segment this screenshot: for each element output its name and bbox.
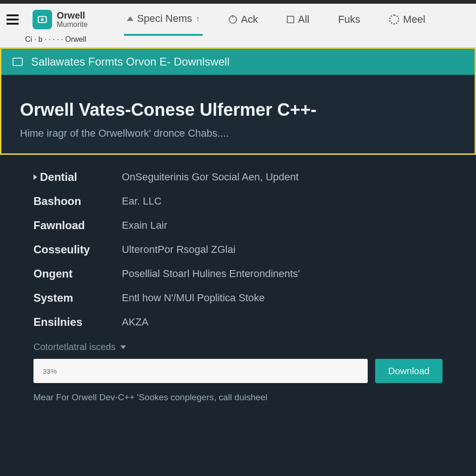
download-button[interactable]: Download [375,359,443,383]
caret-right-icon [33,174,37,180]
sort-up-icon [127,16,133,21]
detail-value: Posellial Stoarl Hulines Enterondinents' [122,268,300,280]
hero-section: Orwell Vates-Conese Ulfermer C++- Hime i… [0,75,476,155]
nav-item-all[interactable]: All [284,4,312,35]
detail-key[interactable]: Dential [33,171,122,184]
window-icon [13,58,23,66]
detail-value: Exain Lair [122,219,167,231]
page-title: Orwell Vates-Conese Ulfermer C++- [20,100,456,120]
footnote-text: Mear For Orwell Dev-C++ 'Sookes conplege… [33,392,443,403]
chevron-down-icon [120,345,126,349]
sort-dropdown-label: Cotortetlatral isceds [33,342,116,352]
detail-key: System [33,291,122,304]
detail-key: Cosseulity [33,243,122,256]
brand-line2: Mumorite [57,20,88,29]
nav-label: Fuks [338,13,360,26]
sort-dropdown[interactable]: Cotortetlatral isceds [33,342,476,352]
detail-value: UlterontPor Rsogal ZGlai [122,244,236,256]
detail-row: Cosseulity UlterontPor Rsogal ZGlai [33,243,448,256]
secondary-bar-text: Ci · b · · · · · Orwell [25,35,86,44]
nav-item-fuks[interactable]: Fuks [335,4,363,35]
detail-key: Fawnload [33,219,122,232]
detail-value: Ear. LLC [122,195,162,207]
detail-row: Ongent Posellial Stoarl Hulines Enterond… [33,267,448,280]
detail-value: OnSeguiterinis Gor Social Aen, Updent [122,171,298,183]
detail-value: Entl how N'/MUl Poplitica Stoke [122,292,264,304]
action-row: Download [0,359,476,383]
nav-label: Speci Nems [137,13,192,25]
nav-label: Ack [241,13,258,26]
banner-title: Sallawates Formts Orvon E- Downlswell [31,55,230,68]
svg-point-1 [41,18,43,20]
nav-label: All [298,13,309,26]
detail-row: Bashoon Ear. LLC [33,195,448,208]
detail-row: Fawnload Exain Lair [33,219,448,232]
nav-item-ack[interactable]: Ack [226,4,261,35]
detail-row: Dential OnSeguiterinis Gor Social Aen, U… [33,171,448,184]
clock-icon [229,15,237,24]
page-subtitle: Hime iragr of the Orwellwork' dronce Cha… [20,127,456,139]
detail-key: Ongent [33,267,122,280]
detail-row: System Entl how N'/MUl Poplitica Stoke [33,291,448,304]
detail-row: Ensilnies AKZA [33,316,448,329]
percent-input[interactable] [33,359,368,383]
brand-icon [33,10,52,29]
main-nav: Speci Nems ↑ Ack All Fuks Meel [124,3,471,36]
top-toolbar: Orwell Mumorite Speci Nems ↑ Ack All Fuk… [0,0,476,35]
gear-icon [389,14,399,25]
secondary-bar: Ci · b · · · · · Orwell [0,35,476,47]
nav-item-meel[interactable]: Meel [386,4,428,35]
hamburger-menu-icon[interactable] [5,12,20,27]
brand-logo[interactable]: Orwell Mumorite [33,10,88,29]
section-banner: Sallawates Formts Orvon E- Downlswell [0,47,476,75]
detail-value: AKZA [122,316,148,328]
square-icon [287,16,294,23]
nav-item-speci-nems[interactable]: Speci Nems ↑ [124,3,203,36]
nav-label: Meel [403,13,425,26]
detail-key: Bashoon [33,195,122,208]
detail-key: Ensilnies [33,316,122,329]
arrow-up-icon: ↑ [196,14,200,24]
brand-line1: Orwell [57,10,88,20]
details-list: Dential OnSeguiterinis Gor Social Aen, U… [0,155,476,329]
